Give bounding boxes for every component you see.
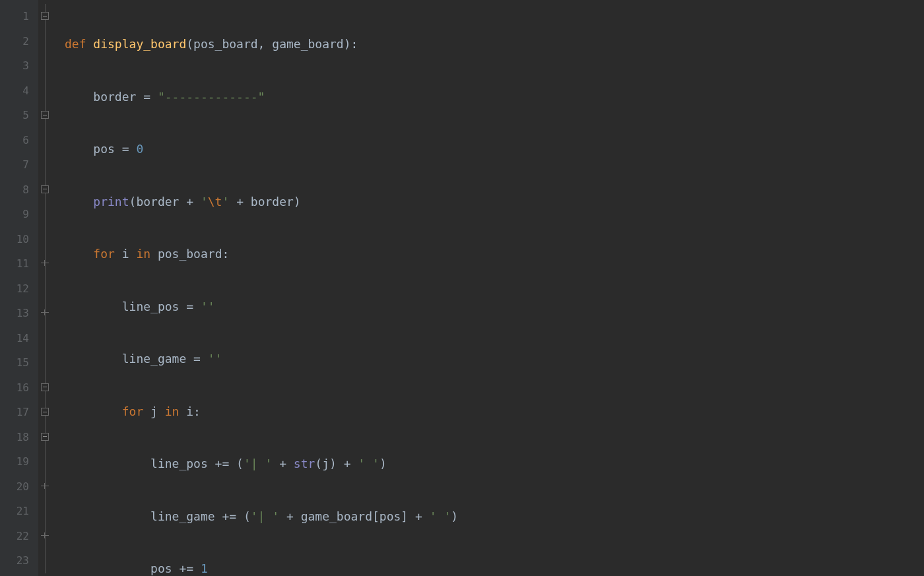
code-line[interactable]: line_pos = '' — [58, 294, 924, 319]
line-number: 11 — [0, 251, 38, 276]
fold-toggle-icon[interactable] — [41, 111, 49, 119]
fold-cell — [38, 4, 58, 29]
line-number: 6 — [0, 128, 38, 153]
fold-toggle-icon[interactable] — [41, 12, 49, 20]
line-number: 4 — [0, 79, 38, 104]
fold-guide-line — [45, 350, 46, 375]
fold-cell — [38, 53, 58, 79]
function-name: display_board — [93, 37, 186, 51]
fold-cell — [38, 326, 58, 351]
line-number: 14 — [0, 326, 38, 351]
fold-guide-line — [45, 548, 46, 573]
fold-cell — [38, 202, 58, 227]
code-line[interactable]: line_game += ('| ' + game_board[pos] + '… — [58, 504, 924, 529]
line-number: 10 — [0, 227, 38, 252]
line-number: 20 — [0, 474, 38, 499]
fold-toggle-icon[interactable] — [41, 433, 49, 441]
fold-end-icon — [41, 259, 49, 267]
line-number: 18 — [0, 425, 38, 450]
fold-cell — [38, 301, 58, 326]
code-line[interactable]: line_pos += ('| ' + str(j) + ' ') — [58, 451, 924, 476]
line-number: 12 — [0, 276, 38, 302]
line-number-gutter: 1 2 3 4 5 6 7 8 9 10 11 12 13 14 15 16 1… — [0, 0, 38, 576]
code-line[interactable]: pos = 0 — [58, 137, 924, 162]
line-number: 1 — [0, 4, 38, 29]
fold-cell — [38, 152, 58, 177]
line-number: 22 — [0, 524, 38, 549]
line-number: 5 — [0, 103, 38, 128]
fold-toggle-icon[interactable] — [41, 408, 49, 416]
line-number: 16 — [0, 375, 38, 400]
code-editor: 1 2 3 4 5 6 7 8 9 10 11 12 13 14 15 16 1… — [0, 0, 924, 576]
fold-cell — [38, 350, 58, 375]
fold-guide-line — [45, 227, 46, 252]
fold-cell — [38, 474, 58, 499]
fold-cell — [38, 79, 58, 104]
builtin-print: print — [93, 195, 129, 208]
code-line[interactable]: line_game = '' — [58, 346, 924, 371]
fold-cell — [38, 524, 58, 549]
line-number: 19 — [0, 449, 38, 474]
fold-cell — [38, 548, 58, 573]
code-line[interactable]: border = "-------------" — [58, 84, 924, 110]
fold-guide-line — [45, 29, 46, 54]
fold-cell — [38, 103, 58, 128]
fold-cell — [38, 375, 58, 400]
fold-end-icon — [41, 309, 49, 317]
line-number: 3 — [0, 53, 38, 79]
fold-cell — [38, 499, 58, 524]
line-number: 15 — [0, 350, 38, 375]
line-number: 17 — [0, 400, 38, 425]
line-number: 13 — [0, 301, 38, 326]
fold-guide-line — [45, 128, 46, 153]
fold-toggle-icon[interactable] — [41, 383, 49, 391]
fold-guide-line — [45, 202, 46, 227]
fold-gutter — [38, 0, 58, 576]
fold-guide-line — [45, 79, 46, 104]
fold-end-icon — [41, 532, 49, 540]
line-number: 2 — [0, 29, 38, 54]
fold-cell — [38, 177, 58, 203]
line-number: 9 — [0, 202, 38, 227]
fold-cell — [38, 227, 58, 252]
fold-cell — [38, 128, 58, 153]
fold-cell — [38, 449, 58, 474]
keyword-def: def — [65, 37, 86, 51]
fold-guide-line — [45, 326, 46, 351]
fold-cell — [38, 251, 58, 276]
code-line[interactable]: print(border + '\t' + border) — [58, 189, 924, 214]
code-line[interactable]: for j in i: — [58, 399, 924, 424]
code-line[interactable]: for i in pos_board: — [58, 241, 924, 267]
fold-guide-line — [45, 276, 46, 302]
fold-cell — [38, 400, 58, 425]
fold-cell — [38, 425, 58, 450]
fold-guide-line — [45, 53, 46, 79]
code-area[interactable]: def display_board(pos_board, game_board)… — [58, 0, 924, 576]
fold-guide-line — [45, 152, 46, 177]
fold-guide-line — [45, 449, 46, 474]
line-number: 23 — [0, 548, 38, 573]
fold-guide-line — [45, 499, 46, 524]
code-line[interactable]: pos += 1 — [58, 556, 924, 576]
line-number: 7 — [0, 152, 38, 177]
fold-end-icon — [41, 482, 49, 490]
line-number: 8 — [0, 177, 38, 203]
code-line[interactable]: def display_board(pos_board, game_board)… — [58, 32, 924, 57]
fold-cell — [38, 276, 58, 302]
fold-cell — [38, 29, 58, 54]
line-number: 21 — [0, 499, 38, 524]
fold-toggle-icon[interactable] — [41, 185, 49, 193]
